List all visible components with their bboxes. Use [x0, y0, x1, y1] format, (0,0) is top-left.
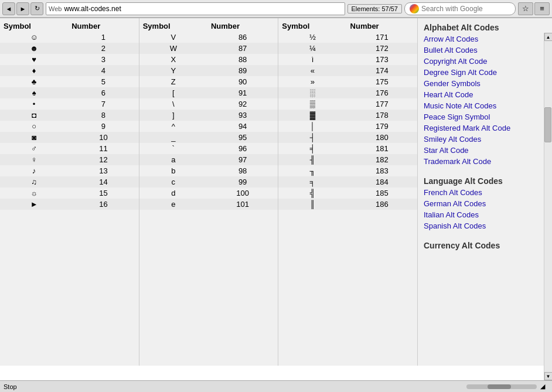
symbol-cell: ╡: [278, 143, 346, 154]
number-cell: 94: [207, 121, 278, 132]
table-row: ♦4: [0, 65, 139, 76]
number-cell: 87: [207, 43, 278, 54]
search-input[interactable]: [421, 5, 510, 13]
back-button[interactable]: ◄: [2, 2, 15, 15]
table-row: ░176: [278, 87, 417, 98]
sidebar-link[interactable]: Star Alt Code: [418, 145, 552, 156]
symbol-cell: ]: [139, 110, 207, 121]
number-cell: 176: [347, 87, 417, 98]
scroll-thumb[interactable]: [544, 107, 551, 142]
symbol-cell: ☻: [0, 43, 68, 54]
number-cell: 101: [207, 199, 278, 210]
table-row: ½171: [278, 32, 417, 43]
elements-badge: Elements: 57/57: [347, 4, 403, 13]
number-cell: 15: [68, 188, 138, 199]
sidebar-link[interactable]: Copyright Alt Code: [418, 56, 552, 67]
menu-icon[interactable]: ≡: [534, 2, 550, 15]
table2-number-header: Number: [207, 21, 278, 32]
symbol-cell: d: [139, 188, 207, 199]
table-row: »175: [278, 76, 417, 87]
table-row: [91: [139, 87, 278, 98]
table-row: ☼15: [0, 188, 139, 199]
number-cell: 2: [68, 43, 138, 54]
sidebar-link[interactable]: Gender Symbols: [418, 78, 552, 89]
table-row: ♣5: [0, 76, 139, 87]
table-row: d100: [139, 188, 278, 199]
table1-symbol-header: Symbol: [0, 21, 68, 32]
toolbar-icons: ☆ ≡: [518, 2, 550, 15]
table-row: Y89: [139, 65, 278, 76]
number-cell: 1: [68, 32, 138, 43]
table-panel-3: Symbol Number ½171¼172ì173«174»175░176▒1…: [278, 18, 417, 366]
symbol-cell: ╖: [278, 165, 346, 176]
number-cell: 12: [68, 154, 138, 165]
number-cell: 4: [68, 65, 138, 76]
search-bar[interactable]: [404, 2, 516, 15]
symbol-cell: ▒: [278, 98, 346, 110]
table-row: Z90: [139, 76, 278, 87]
table-row: ┤180: [278, 132, 417, 143]
table-row: ♥3: [0, 54, 139, 65]
table-row: e101: [139, 199, 278, 210]
sidebar-link[interactable]: Degree Sign Alt Code: [418, 67, 552, 78]
symbol-cell: ☼: [0, 188, 68, 199]
number-cell: 9: [68, 121, 138, 132]
address-bar[interactable]: [64, 5, 342, 13]
sidebar-language-link[interactable]: German Alt Codes: [418, 198, 552, 209]
number-cell: 11: [68, 143, 138, 154]
number-cell: 185: [347, 188, 417, 199]
symbol-cell: ║: [278, 199, 346, 210]
table3-symbol-header: Symbol: [278, 21, 346, 32]
sidebar-link[interactable]: Music Note Alt Codes: [418, 100, 552, 111]
number-cell: 96: [207, 143, 278, 154]
table-row: X88: [139, 54, 278, 65]
number-cell: 88: [207, 54, 278, 65]
star-icon[interactable]: ☆: [518, 2, 533, 15]
symbol-cell: ♂: [0, 143, 68, 154]
sidebar-link[interactable]: Trademark Alt Code: [418, 156, 552, 167]
sidebar-link[interactable]: Bullet Alt Codes: [418, 45, 552, 56]
number-cell: 14: [68, 176, 138, 188]
number-cell: 184: [347, 176, 417, 188]
sidebar-alphabet-section: Alphabet Alt Codes: [418, 21, 552, 33]
table-row: │179: [278, 121, 417, 132]
table-row: ╖183: [278, 165, 417, 176]
sidebar-link[interactable]: Arrow Alt Codes: [418, 33, 552, 45]
symbol-cell: ╕: [278, 176, 346, 188]
table-row: _95: [139, 132, 278, 143]
table-row: \92: [139, 98, 278, 110]
number-cell: 186: [347, 199, 417, 210]
tables-section: Symbol Number ☺1☻2♥3♦4♣5♠6•7◘8○9◙10♂11♀1…: [0, 18, 417, 366]
symbol-cell: ╣: [278, 188, 346, 199]
symbol-cell: »: [278, 76, 346, 87]
sidebar-language-link[interactable]: Spanish Alt Codes: [418, 220, 552, 231]
table-row: ♠6: [0, 87, 139, 98]
symbol-cell: ○: [0, 121, 68, 132]
symbol-cell: ┤: [278, 132, 346, 143]
sidebar-link[interactable]: Peace Sign Symbol: [418, 111, 552, 122]
sidebar-link[interactable]: Registered Mark Alt Code: [418, 122, 552, 134]
table-row: ☻2: [0, 43, 139, 54]
sidebar-language-link[interactable]: Italian Alt Codes: [418, 209, 552, 220]
table-row: ♫14: [0, 176, 139, 188]
sidebar-link[interactable]: Smiley Alt Codes: [418, 134, 552, 145]
scroll-up-button[interactable]: ▲: [544, 33, 553, 41]
symbol-cell: ♠: [0, 87, 68, 98]
number-cell: 181: [347, 143, 417, 154]
google-icon: [410, 4, 419, 13]
reload-button[interactable]: ↻: [30, 2, 43, 15]
symbol-cell: `: [139, 143, 207, 154]
number-cell: 16: [68, 199, 138, 210]
number-cell: 95: [207, 132, 278, 143]
table-1: Symbol Number ☺1☻2♥3♦4♣5♠6•7◘8○9◙10♂11♀1…: [0, 21, 139, 210]
scrollbar-right[interactable]: ▲ ▼: [544, 33, 552, 366]
scroll-track[interactable]: [544, 41, 552, 366]
sidebar-language-link[interactable]: French Alt Codes: [418, 187, 552, 198]
symbol-cell: ♥: [0, 54, 68, 65]
table-row: ♂11: [0, 143, 139, 154]
table-row: ╕184: [278, 176, 417, 188]
symbol-cell: ♣: [0, 76, 68, 87]
forward-button[interactable]: ►: [16, 2, 29, 15]
sidebar-link[interactable]: Heart Alt Code: [418, 89, 552, 100]
number-cell: 171: [347, 32, 417, 43]
